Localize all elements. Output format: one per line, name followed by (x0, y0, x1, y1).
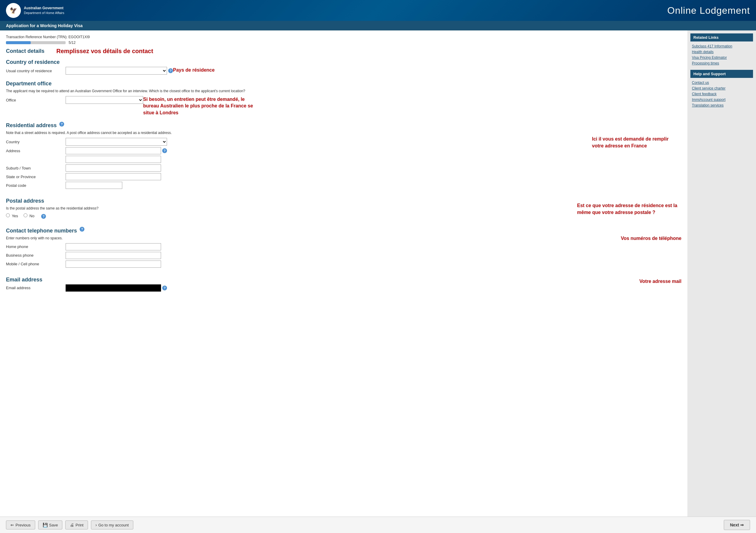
print-label: Print (75, 523, 84, 525)
res-address2-input[interactable] (66, 156, 161, 163)
department-office-title: Department office (6, 81, 682, 87)
phone-help-icon[interactable]: ? (80, 227, 84, 232)
trn-row: Transaction Reference Number (TRN): EGOO… (6, 35, 682, 39)
email-annotation: Votre adresse mail (639, 278, 682, 285)
related-links-section: Related Links Subclass 417 Information H… (690, 33, 753, 65)
mobile-phone-input[interactable] (66, 261, 161, 268)
contact-details-title: Contact details (6, 48, 44, 54)
footer-bar: ⇐ Previous 💾 Save 🖨 Print › Go to my acc… (0, 517, 756, 525)
postal-no-label[interactable]: No (24, 214, 36, 218)
department-office-left: Office (6, 96, 143, 105)
res-suburb-input[interactable] (66, 164, 161, 172)
related-links-header: Related Links (690, 33, 753, 42)
residential-left: Residential address ? Note that a street… (6, 118, 586, 190)
country-residence-annotation: Pays de résidence (173, 67, 215, 73)
department-office-annotation: Si besoin, un entretien peut être demand… (143, 96, 256, 116)
phone-section: Contact telephone numbers ? Enter number… (6, 223, 682, 269)
logo-text: Australian Government Department of Home… (24, 6, 65, 15)
email-redacted (66, 284, 161, 292)
country-of-residence-left: Usual country of residence ? (6, 67, 173, 76)
country-of-residence-title: Country of residence (6, 59, 682, 65)
office-label: Office (6, 98, 66, 102)
help-support-list: Contact us Client service charter Client… (690, 80, 753, 107)
list-item: ImmiAccount support (692, 97, 751, 102)
postal-yes-label[interactable]: Yes (6, 214, 19, 218)
subclass-417-link[interactable]: Subclass 417 Information (692, 44, 732, 48)
res-country-select[interactable] (66, 138, 167, 146)
postal-help-icon[interactable]: ? (41, 214, 46, 219)
postal-annotation: Est ce que votre adresse de résidence es… (577, 202, 682, 216)
client-feedback-link[interactable]: Client feedback (692, 92, 716, 96)
postal-radio-group: Yes No ? (6, 213, 571, 219)
res-postal-input[interactable] (66, 182, 122, 189)
main-layout: Transaction Reference Number (TRN): EGOO… (0, 30, 756, 525)
residential-annotation: Ici il vous est demandé de remplir votre… (592, 136, 682, 149)
contact-details-annotation: Remplissez vos détails de contact (56, 48, 153, 55)
department-office-row: Office Si besoin, un entretien peut être… (6, 96, 682, 116)
department-office-desc: The applicant may be required to attend … (6, 88, 682, 94)
list-item: Visa Pricing Estimator (692, 55, 751, 60)
contact-us-link[interactable]: Contact us (692, 81, 709, 85)
mobile-phone-label: Mobile / Cell phone (6, 262, 66, 266)
postal-yes-radio[interactable] (6, 213, 10, 217)
country-residence-help-icon[interactable]: ? (168, 68, 173, 73)
footer-right: Next ⇒ (724, 520, 750, 525)
home-phone-row: Home phone (6, 243, 615, 250)
previous-icon: ⇐ (11, 522, 14, 525)
sub-header: Application for a Working Holiday Visa (0, 21, 756, 30)
postal-no-radio[interactable] (24, 213, 27, 217)
save-button[interactable]: 💾 Save (38, 520, 63, 525)
home-phone-input[interactable] (66, 243, 161, 250)
help-support-header: Help and Support (690, 70, 753, 78)
home-phone-label: Home phone (6, 244, 66, 249)
email-section: Email address Email address ? Votre adre… (6, 272, 682, 293)
list-item: Health details (692, 49, 751, 54)
country-of-residence-field-row: Usual country of residence ? (6, 67, 173, 74)
next-label: Next (730, 522, 739, 525)
client-service-link[interactable]: Client service charter (692, 86, 726, 90)
business-phone-row: Business phone (6, 252, 615, 259)
country-residence-select[interactable] (66, 67, 167, 74)
email-section-title: Email address (6, 277, 634, 283)
progress-container: 5/12 (6, 41, 682, 45)
email-left: Email address Email address ? (6, 272, 634, 293)
postal-address-question: Is the postal address the same as the re… (6, 206, 571, 211)
office-select[interactable] (66, 96, 143, 104)
postal-address-title: Postal address (6, 198, 571, 204)
print-button[interactable]: 🖨 Print (65, 520, 88, 525)
immiaccount-link[interactable]: ImmiAccount support (692, 98, 726, 102)
translation-link[interactable]: Translation services (692, 103, 723, 107)
progress-bar-outer (6, 41, 66, 44)
save-icon: 💾 (43, 522, 48, 525)
phone-left: Contact telephone numbers ? Enter number… (6, 223, 615, 269)
res-address1-row: Address ? (6, 147, 586, 154)
phone-annotation: Vos numéros de téléphone (621, 235, 682, 242)
res-postal-label: Postal code (6, 183, 66, 188)
res-state-input[interactable] (66, 173, 161, 180)
res-state-label: State or Province (6, 175, 66, 179)
list-item: Translation services (692, 103, 751, 107)
scrollable-content: Transaction Reference Number (TRN): EGOO… (6, 35, 682, 311)
postal-left: Postal address Is the postal address the… (6, 193, 571, 220)
gov-line2: Department of Home Affairs (24, 11, 65, 15)
next-button[interactable]: Next ⇒ (724, 520, 750, 525)
res-country-row: Country (6, 138, 586, 146)
next-icon: ⇒ (740, 522, 744, 525)
account-button[interactable]: › Go to my account (91, 520, 133, 525)
phone-desc: Enter numbers only with no spaces. (6, 236, 615, 241)
email-label: Email address (6, 286, 66, 290)
health-details-link[interactable]: Health details (692, 50, 714, 54)
gov-line1: Australian Government (24, 6, 65, 11)
help-support-section: Help and Support Contact us Client servi… (690, 70, 753, 107)
email-help-icon[interactable]: ? (162, 286, 167, 290)
residential-help-icon[interactable]: ? (59, 122, 64, 126)
res-address-help-icon[interactable]: ? (162, 148, 167, 153)
email-row: Email address ? (6, 284, 634, 292)
visa-pricing-link[interactable]: Visa Pricing Estimator (692, 56, 727, 60)
save-label: Save (49, 523, 58, 525)
previous-button[interactable]: ⇐ Previous (6, 520, 35, 525)
business-phone-input[interactable] (66, 252, 161, 259)
res-address1-input[interactable] (66, 147, 161, 154)
processing-times-link[interactable]: Processing times (692, 61, 719, 65)
progress-text: 5/12 (68, 41, 75, 45)
